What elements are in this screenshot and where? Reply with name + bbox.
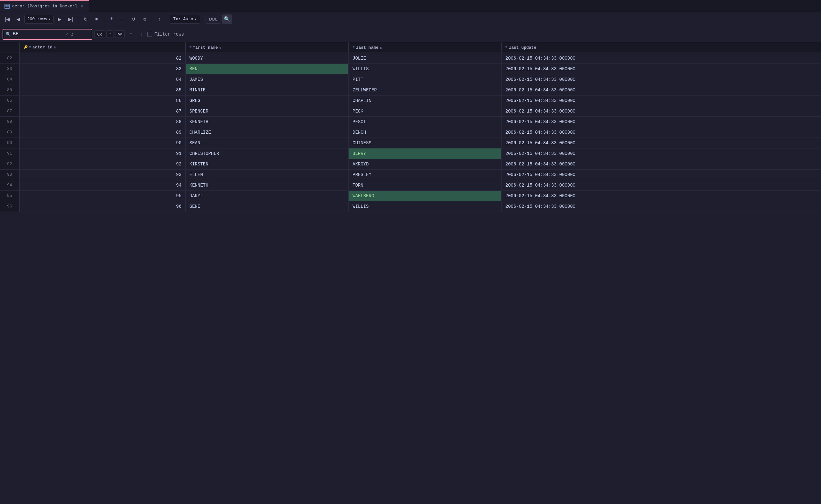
col-header-first-name[interactable]: ≡ first_name ⇅: [185, 42, 348, 53]
undo-button[interactable]: ↺: [129, 15, 138, 24]
col-header-actor-id[interactable]: 🔑 ≡ actor_id ⇅: [19, 42, 185, 53]
table-row[interactable]: 8787SPENCERPECK2006-02-15 04:34:33.00000…: [0, 106, 821, 116]
table-container[interactable]: 🔑 ≡ actor_id ⇅ ≡ first_name ⇅ ≡: [0, 42, 821, 504]
actor-id-cell: 93: [19, 169, 185, 180]
row-number-cell: 90: [0, 138, 19, 148]
table-row[interactable]: 8383BENWILLIS2006-02-15 04:34:33.000000: [0, 63, 821, 74]
table-row[interactable]: 9494KENNETHTORN2006-02-15 04:34:33.00000…: [0, 180, 821, 190]
tab-bar: actor [Postgres in Docker] ×: [0, 0, 821, 12]
table-body: 8282WOODYJOLIE2006-02-15 04:34:33.000000…: [0, 53, 821, 212]
col-header-last-update[interactable]: ≡ last_update: [501, 42, 821, 53]
word-button[interactable]: W: [115, 30, 125, 38]
refresh-button[interactable]: ↻: [81, 15, 90, 24]
search-up-button[interactable]: ↑: [127, 30, 135, 38]
search-toolbar-icon: 🔍: [224, 16, 230, 22]
tx-selector[interactable]: Tx: Auto ▾: [170, 15, 200, 24]
row-number-cell: 94: [0, 180, 19, 190]
last-name-cell: TORN: [349, 180, 502, 190]
table-row[interactable]: 9696GENEWILLIS2006-02-15 04:34:33.000000: [0, 201, 821, 212]
wildcard-button[interactable]: *: [106, 30, 114, 38]
table-row[interactable]: 9191CHRISTOPHERBERRY2006-02-15 04:34:33.…: [0, 148, 821, 159]
table-row[interactable]: 8585MINNIEZELLWEGER2006-02-15 04:34:33.0…: [0, 85, 821, 95]
table-row[interactable]: 8888KENNETHPESCI2006-02-15 04:34:33.0000…: [0, 116, 821, 127]
type-icon-last: ≡: [352, 46, 355, 49]
actor-id-cell: 89: [19, 127, 185, 138]
table-row[interactable]: 9090SEANGUINESS2006-02-15 04:34:33.00000…: [0, 138, 821, 148]
last-update-cell: 2006-02-15 04:34:33.000000: [501, 190, 821, 201]
stop-icon: ■: [95, 17, 98, 21]
table-row[interactable]: 9292KIRSTENAKROYD2006-02-15 04:34:33.000…: [0, 159, 821, 169]
search-clear-button[interactable]: ×: [66, 32, 69, 37]
last-name-cell: GUINESS: [349, 138, 502, 148]
separator-5: [203, 16, 203, 23]
table-row[interactable]: 8484JAMESPITT2006-02-15 04:34:33.000000: [0, 74, 821, 85]
row-number-cell: 91: [0, 148, 19, 159]
first-name-cell: SEAN: [185, 138, 348, 148]
tab-close-button[interactable]: ×: [80, 4, 84, 9]
table-row[interactable]: 9595DARYLWAHLBERG2006-02-15 04:34:33.000…: [0, 190, 821, 201]
last-name-cell: BERRY: [349, 148, 502, 159]
search-history-button[interactable]: ↺: [71, 31, 74, 38]
last-update-cell: 2006-02-15 04:34:33.000000: [501, 159, 821, 169]
search-down-button[interactable]: ↓: [137, 30, 145, 38]
actor-id-cell: 83: [19, 63, 185, 74]
first-name-cell: BEN: [185, 63, 348, 74]
prev-row-button[interactable]: ◀: [13, 15, 23, 24]
first-name-cell: DARYL: [185, 190, 348, 201]
last-row-button[interactable]: ▶|: [66, 15, 75, 24]
table-row[interactable]: 8282WOODYJOLIE2006-02-15 04:34:33.000000: [0, 53, 821, 64]
upload-button[interactable]: ↑: [155, 15, 164, 24]
row-number-cell: 86: [0, 95, 19, 106]
minus-icon: −: [121, 16, 124, 22]
last-update-cell: 2006-02-15 04:34:33.000000: [501, 169, 821, 180]
first-icon: |◀: [5, 16, 10, 22]
rows-selector[interactable]: 200 rows ▾: [24, 15, 54, 24]
row-number-cell: 93: [0, 169, 19, 180]
type-icon: ≡: [29, 46, 31, 49]
filter-checkbox[interactable]: [147, 32, 152, 37]
prev-icon: ◀: [16, 16, 20, 22]
last-name-cell: PECK: [349, 106, 502, 116]
last-name-cell: WILLIS: [349, 201, 502, 212]
col-header-last-name[interactable]: ≡ last_name ⇅: [349, 42, 502, 53]
row-number-cell: 82: [0, 53, 19, 64]
search-input[interactable]: [13, 31, 64, 37]
row-number-cell: 92: [0, 159, 19, 169]
actor-tab[interactable]: actor [Postgres in Docker] ×: [0, 0, 89, 12]
search-toolbar-button[interactable]: 🔍: [222, 14, 232, 24]
up-arrow-icon: ↑: [130, 32, 132, 37]
last-name-cell: PRESLEY: [349, 169, 502, 180]
search-bar: 🔍 × ↺ Cc * W ↑ ↓ Filter rows: [0, 26, 821, 42]
remove-row-button[interactable]: −: [118, 15, 127, 24]
search-input-wrapper: 🔍 × ↺: [3, 29, 92, 40]
next-icon: ▶: [58, 16, 62, 22]
table-row[interactable]: 8686GREGCHAPLIN2006-02-15 04:34:33.00000…: [0, 95, 821, 106]
col-first-name-label: first_name: [193, 45, 218, 50]
actor-id-cell: 82: [19, 53, 185, 64]
col-last-name-label: last_name: [356, 45, 378, 50]
tx-label: Tx: Auto: [173, 17, 193, 21]
separator-3: [152, 16, 152, 23]
case-sensitive-button[interactable]: Cc: [94, 30, 105, 38]
table-row[interactable]: 8989CHARLIZEDENCH2006-02-15 04:34:33.000…: [0, 127, 821, 138]
type-icon-first: ≡: [190, 46, 192, 49]
add-row-button[interactable]: +: [107, 15, 116, 24]
last-update-cell: 2006-02-15 04:34:33.000000: [501, 106, 821, 116]
row-number-cell: 95: [0, 190, 19, 201]
ddl-label: DDL: [209, 17, 217, 21]
ddl-button[interactable]: DDL: [206, 15, 221, 24]
table-row[interactable]: 9393ELLENPRESLEY2006-02-15 04:34:33.0000…: [0, 169, 821, 180]
first-name-cell: KENNETH: [185, 116, 348, 127]
tab-label: actor [Postgres in Docker]: [12, 4, 77, 9]
next-row-button[interactable]: ▶: [55, 15, 64, 24]
first-name-cell: GENE: [185, 201, 348, 212]
first-name-cell: JAMES: [185, 74, 348, 85]
last-update-cell: 2006-02-15 04:34:33.000000: [501, 74, 821, 85]
separator-1: [78, 16, 78, 23]
last-update-cell: 2006-02-15 04:34:33.000000: [501, 95, 821, 106]
search-icon: 🔍: [6, 32, 11, 37]
stop-button[interactable]: ■: [92, 15, 101, 24]
duplicate-button[interactable]: ⧉: [140, 15, 149, 24]
filter-rows-label: Filter rows: [154, 32, 184, 37]
first-row-button[interactable]: |◀: [3, 15, 12, 24]
